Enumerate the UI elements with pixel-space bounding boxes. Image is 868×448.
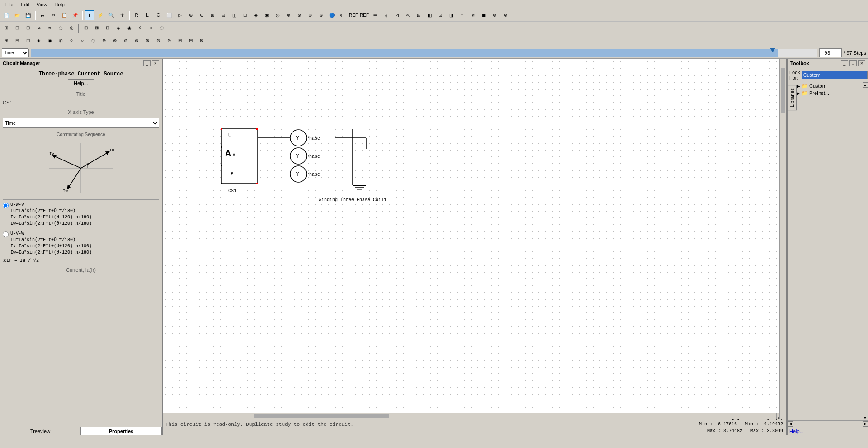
toolbox-close-btn[interactable]: ✕: [858, 60, 865, 66]
tb2-10[interactable]: ⊟: [103, 23, 113, 33]
canvas-area[interactable]: U A v ▼ CS1 Y Y: [163, 59, 787, 435]
tb3-14[interactable]: ⊛: [142, 36, 152, 46]
tb-l[interactable]: L: [142, 10, 152, 20]
help-bottom-btn[interactable]: Help...: [789, 429, 804, 434]
tb-ctrl3[interactable]: ⊡: [435, 10, 445, 20]
tb2-1[interactable]: ⊞: [1, 23, 11, 33]
zoom-region-btn[interactable]: 🔍: [106, 10, 116, 20]
tb3-16[interactable]: ⊝: [164, 36, 174, 46]
tb3-18[interactable]: ⊟: [186, 36, 196, 46]
xaxis-select[interactable]: Time: [3, 118, 159, 128]
panel-minimize-btn[interactable]: _: [143, 60, 151, 66]
tb-more3[interactable]: ≣: [479, 10, 489, 20]
tab-treeview[interactable]: Treeview: [0, 427, 81, 435]
seq-uwv-radio[interactable]: [3, 203, 9, 208]
tb-ctrl4[interactable]: ◨: [446, 10, 456, 20]
tb-m2[interactable]: ◈: [251, 10, 261, 20]
menu-help[interactable]: Help: [51, 1, 68, 8]
tb-m8[interactable]: ⊚: [316, 10, 326, 20]
panel-close-btn[interactable]: ✕: [152, 60, 159, 66]
tb-v2[interactable]: ⊞: [208, 10, 217, 20]
tb2-14[interactable]: ○: [146, 23, 156, 33]
wire-btn[interactable]: ⚡: [95, 10, 105, 20]
tb-c2[interactable]: ⊟: [218, 10, 228, 20]
tb2-13[interactable]: ◊: [135, 23, 145, 33]
copy-btn[interactable]: 📋: [59, 10, 69, 20]
tb-label[interactable]: 🏷: [338, 10, 348, 20]
tb-bus[interactable]: ═: [370, 10, 380, 20]
tb-sw[interactable]: ⬜: [164, 10, 174, 20]
tb-more2[interactable]: ≢: [468, 10, 478, 20]
tb3-7[interactable]: ◊: [66, 36, 76, 46]
tb3-2[interactable]: ⊟: [12, 36, 22, 46]
tb-ref1[interactable]: REF: [349, 10, 359, 20]
tb-m7[interactable]: ⊘: [305, 10, 315, 20]
scroll-up-btn[interactable]: ▲: [863, 82, 868, 88]
tree-item-preinst[interactable]: ▶ 📁 PreInst...: [797, 90, 862, 97]
tb2-15[interactable]: ◌: [157, 23, 167, 33]
tb2-9[interactable]: ⊠: [92, 23, 102, 33]
tb-m3[interactable]: ◉: [262, 10, 272, 20]
tb3-9[interactable]: ◌: [88, 36, 98, 46]
tb-more5[interactable]: ⊗: [500, 10, 510, 20]
scroll-left-btn[interactable]: ◀: [788, 421, 793, 427]
tb-m4[interactable]: ◎: [273, 10, 283, 20]
tb-gnd[interactable]: ⏚: [381, 10, 391, 20]
tb-ctrl1[interactable]: ⊞: [414, 10, 424, 20]
move-btn[interactable]: ✛: [117, 10, 127, 20]
cut-btn[interactable]: ✂: [48, 10, 58, 20]
tb-ref2[interactable]: REF: [359, 10, 369, 20]
tb-more4[interactable]: ⊕: [490, 10, 500, 20]
tb2-8[interactable]: ⊞: [81, 23, 91, 33]
tab-properties[interactable]: Properties: [81, 427, 162, 435]
toolbox-hscrollbar[interactable]: ◀ ▶: [788, 420, 868, 427]
hscrollbar[interactable]: [163, 413, 777, 419]
tb3-19[interactable]: ⊠: [197, 36, 207, 46]
tb-cs[interactable]: ⊙: [197, 10, 207, 20]
save-btn[interactable]: 💾: [23, 10, 33, 20]
scroll-down-btn[interactable]: ▼: [863, 415, 868, 420]
tb2-11[interactable]: ◈: [113, 23, 123, 33]
expand-preinst-icon[interactable]: ▶: [797, 91, 800, 96]
hscroll-thumb[interactable]: [254, 414, 389, 418]
tb-m5[interactable]: ⊕: [283, 10, 293, 20]
select-btn[interactable]: ⬆: [85, 10, 94, 20]
tb3-13[interactable]: ⊚: [132, 36, 142, 46]
tb-ctrl2[interactable]: ◧: [425, 10, 434, 20]
tb3-1[interactable]: ⊞: [1, 36, 11, 46]
tb-meas2[interactable]: ⩙: [403, 10, 413, 20]
tb3-12[interactable]: ⊘: [121, 36, 131, 46]
libraries-tab[interactable]: Libraries: [788, 85, 797, 110]
tb-probe[interactable]: 🔵: [327, 10, 337, 20]
open-btn[interactable]: 📂: [12, 10, 22, 20]
tb-m1[interactable]: ⊡: [240, 10, 250, 20]
tb2-2[interactable]: ⊡: [12, 23, 22, 33]
sim-step-input[interactable]: 93: [819, 48, 842, 57]
tb2-4[interactable]: ≋: [34, 23, 44, 33]
seq-uwv-item[interactable]: U-W-V Iu=Ia*sin(2πF*t+θ π/180) Iv=Ia*sin…: [3, 202, 159, 227]
menu-edit[interactable]: Edit: [17, 1, 33, 8]
tb3-5[interactable]: ◉: [45, 36, 55, 46]
paste-btn[interactable]: 📌: [70, 10, 80, 20]
lookfor-input[interactable]: Custom: [802, 71, 868, 79]
seq-uvw-radio[interactable]: [3, 231, 9, 237]
tb-meas1[interactable]: ⩘: [392, 10, 402, 20]
tb3-17[interactable]: ⊞: [175, 36, 185, 46]
tb3-10[interactable]: ⊕: [99, 36, 109, 46]
toolbox-minimize-btn[interactable]: _: [841, 60, 848, 66]
tb-r[interactable]: R: [132, 10, 142, 20]
new-btn[interactable]: 📄: [1, 10, 11, 20]
seq-uvw-item[interactable]: U-V-W Iu=Ia*sin(2πF*t+θ π/180) Iv=Ia*sin…: [3, 231, 159, 256]
tb2-12[interactable]: ◉: [124, 23, 134, 33]
tb-vs[interactable]: ⊕: [186, 10, 196, 20]
expand-custom-icon[interactable]: ▶: [797, 84, 800, 89]
menu-file[interactable]: File: [2, 1, 17, 8]
sim-mode-select[interactable]: Time: [2, 48, 29, 57]
menu-view[interactable]: View: [33, 1, 51, 8]
tb-c[interactable]: C: [153, 10, 163, 20]
tb2-6[interactable]: ◌: [56, 23, 66, 33]
tb3-3[interactable]: ⊡: [23, 36, 33, 46]
vscrollbar[interactable]: [779, 59, 786, 419]
tb-tr[interactable]: ◫: [229, 10, 239, 20]
tree-item-custom[interactable]: ▶ 📁 Custom: [797, 82, 862, 90]
